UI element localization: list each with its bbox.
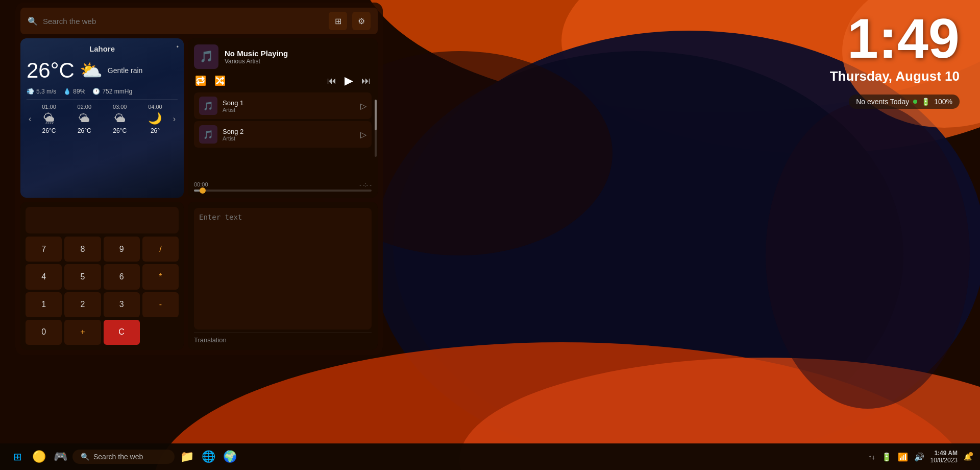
song-play-0[interactable]: ▷ (360, 101, 366, 111)
wind-speed: 5.3 m/s (36, 88, 56, 95)
taskbar-volume-icon[interactable]: 🔊 (914, 452, 924, 462)
edge-icon: 🌐 (202, 450, 215, 463)
song-play-1[interactable]: ▷ (360, 130, 366, 139)
forecast-prev-button[interactable]: ‹ (27, 114, 33, 124)
repeat-button[interactable]: 🔁 (194, 74, 207, 87)
search-icon: 🔍 (28, 16, 38, 26)
music-controls-right: ⏮ ▶ ⏭ (326, 73, 372, 88)
taskbar-wifi-icon[interactable]: 📶 (898, 452, 908, 462)
song-artist-0: Artist (223, 107, 355, 113)
next-button[interactable]: ⏭ (360, 75, 372, 87)
forecast-item-1: 02:00 🌥 26°C (78, 104, 92, 134)
left-panel: 🔍 ⊞ ⚙ Lahore • 26°C ⛅ Gentle rain 💨 5.3 … (15, 3, 383, 355)
weather-main: 26°C ⛅ Gentle rain (27, 56, 178, 85)
forecast-temp-2: 26°C (113, 127, 127, 134)
song-thumb-1: 🎵 (199, 125, 217, 144)
settings-button[interactable]: ⚙ (352, 12, 371, 30)
humidity-icon: 💧 (63, 88, 71, 95)
calc-btn-8[interactable]: 8 (64, 237, 101, 262)
calc-btn-2[interactable]: 2 (64, 292, 101, 317)
taskbar-search[interactable]: 🔍 Search the web (72, 450, 175, 464)
taskbar-search-icon: 🔍 (81, 453, 89, 461)
weather-info-dot[interactable]: • (177, 43, 179, 51)
song-thumb-0: 🎵 (199, 97, 217, 115)
calc-btn-clear[interactable]: C (104, 320, 140, 345)
music-scrollbar[interactable] (375, 100, 377, 157)
taskbar-start-button[interactable]: ⊞ (8, 448, 27, 466)
song-item-0[interactable]: 🎵 Song 1 Artist ▷ (194, 92, 372, 119)
music-thumb-icon: 🎵 (200, 50, 213, 63)
svg-point-9 (766, 102, 970, 409)
forecast-time-3: 04:00 (148, 104, 162, 110)
calc-btn-4[interactable]: 4 (26, 264, 62, 289)
notification-dot (969, 452, 973, 456)
calc-btn-mul[interactable]: * (142, 264, 179, 289)
forecast-icon-3: 🌙 (148, 112, 162, 125)
taskbar-right: ↑↓ 🔋 📶 🔊 1:49 AM 10/8/2023 🔔 (869, 450, 972, 464)
world-icon: 🌍 (223, 450, 237, 463)
humidity-value: 89% (73, 88, 85, 95)
music-controls: 🔁 🔀 ⏮ ▶ ⏭ (194, 73, 372, 88)
calc-btn-add[interactable]: + (64, 320, 101, 345)
calc-btn-9[interactable]: 9 (104, 237, 140, 262)
weather-city: Lahore (27, 44, 178, 53)
taskbar-search-label: Search the web (93, 453, 143, 461)
calc-btn-sub[interactable]: - (142, 292, 179, 317)
music-artist: Various Artist (225, 58, 288, 65)
status-dot (913, 100, 917, 104)
forecast-item-2: 03:00 🌥 26°C (113, 104, 127, 134)
start-icon: ⊞ (13, 451, 22, 463)
taskbar: ⊞ 🟡 🎮 🔍 Search the web 📁 🌐 🌍 ↑↓ 🔋 📶 🔊 1:… (0, 443, 980, 470)
music-info: No Music Playing Various Artist (225, 49, 288, 65)
calc-btn-1[interactable]: 1 (26, 292, 62, 317)
forecast-temp-1: 26°C (78, 127, 91, 134)
forecast-next-button[interactable]: › (171, 114, 178, 124)
music-header: 🎵 No Music Playing Various Artist (194, 44, 372, 69)
taskbar-file-icon[interactable]: 🟡 (30, 448, 48, 466)
song-name-0: Song 1 (223, 99, 355, 107)
translator-input[interactable] (194, 208, 372, 330)
calculator-widget: 7 8 9 / 4 5 6 * 1 2 3 - 0 + C (20, 202, 184, 350)
song-icon-1: 🎵 (203, 130, 213, 139)
prev-button[interactable]: ⏮ (326, 75, 337, 87)
grid-button[interactable]: ⊞ (329, 12, 347, 30)
taskbar-time: 1:49 AM 10/8/2023 (930, 450, 958, 464)
taskbar-notification[interactable]: 🔔 (964, 453, 972, 461)
search-bar: 🔍 ⊞ ⚙ (20, 8, 378, 34)
games-icon: 🎮 (54, 450, 67, 463)
taskbar-games-icon[interactable]: 🎮 (51, 448, 69, 466)
forecast-items: 01:00 🌦 26°C 02:00 🌥 26°C 03:00 🌥 26°C (33, 104, 170, 134)
taskbar-battery-icon[interactable]: 🔋 (881, 452, 892, 462)
battery-level: 100% (934, 98, 952, 106)
calc-btn-3[interactable]: 3 (104, 292, 140, 317)
grid-icon: ⊞ (335, 16, 341, 26)
forecast-time-0: 01:00 (42, 104, 56, 110)
calc-btn-div[interactable]: / (142, 237, 179, 262)
weather-widget: Lahore • 26°C ⛅ Gentle rain 💨 5.3 m/s 💧 … (20, 38, 184, 198)
events-text: No events Today (856, 98, 909, 106)
taskbar-time-value: 1:49 AM (930, 450, 958, 457)
explorer-icon: 📁 (180, 450, 194, 463)
taskbar-world-icon[interactable]: 🌍 (220, 448, 239, 466)
widgets-row: Lahore • 26°C ⛅ Gentle rain 💨 5.3 m/s 💧 … (20, 38, 378, 198)
calc-btn-7[interactable]: 7 (26, 237, 62, 262)
forecast-temp-0: 26°C (42, 127, 56, 134)
pressure-icon: 🕐 (92, 88, 100, 95)
file-icon: 🟡 (32, 450, 46, 463)
calc-btn-0[interactable]: 0 (26, 320, 62, 345)
play-button[interactable]: ▶ (344, 73, 354, 88)
humidity-stat: 💧 89% (63, 88, 85, 95)
shuffle-button[interactable]: 🔀 (213, 74, 227, 87)
music-title: No Music Playing (225, 49, 288, 58)
calc-btn-6[interactable]: 6 (104, 264, 140, 289)
forecast-icon-0: 🌦 (43, 112, 55, 125)
taskbar-arrows-icon[interactable]: ↑↓ (869, 453, 875, 461)
pressure-stat: 🕐 752 mmHg (92, 88, 132, 95)
calc-display (26, 207, 179, 233)
song-item-1[interactable]: 🎵 Song 2 Artist ▷ (194, 121, 372, 148)
taskbar-explorer-icon[interactable]: 📁 (178, 448, 196, 466)
taskbar-edge-icon[interactable]: 🌐 (199, 448, 217, 466)
calc-btn-5[interactable]: 5 (64, 264, 101, 289)
search-input[interactable] (43, 17, 324, 26)
progress-bar[interactable] (194, 190, 372, 192)
